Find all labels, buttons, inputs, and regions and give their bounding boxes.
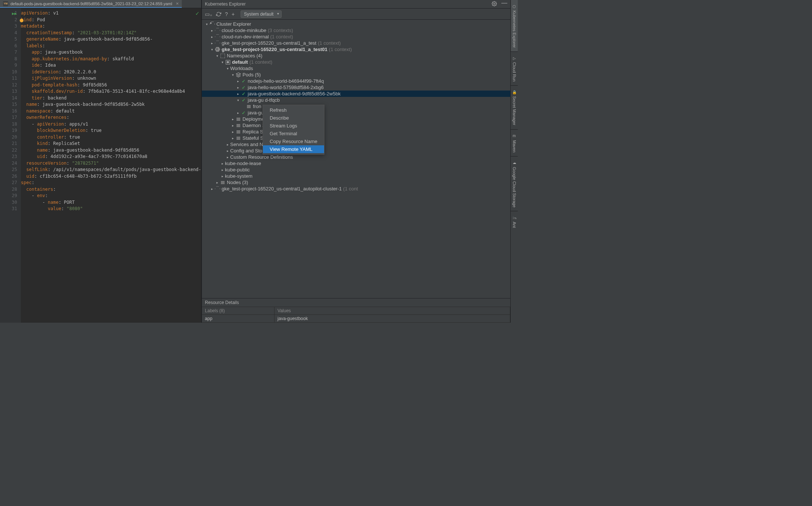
twistie-icon[interactable]: ▾	[204, 22, 209, 26]
tree-row[interactable]: ▸Replica Sets (7)	[202, 129, 510, 135]
tree-row[interactable]: ▾✲default(1 context)	[202, 59, 510, 65]
tree-row[interactable]: ▸✓java-guestbook-backend-9df85d856-2w5bk	[202, 91, 510, 97]
tree-row[interactable]: ▸✓java-hello-world-57598df584-2xbg6	[202, 84, 510, 91]
svg-rect-4	[237, 118, 240, 118]
help-icon[interactable]: ?	[225, 11, 228, 17]
svg-rect-12	[237, 133, 240, 133]
twistie-icon[interactable]: ▸	[209, 41, 215, 45]
twistie-icon[interactable]: ▸	[220, 168, 225, 172]
tree-row[interactable]: ▸✓java-gu 9-4v2j8	[202, 110, 510, 116]
svg-rect-14	[237, 138, 240, 139]
svg-rect-3	[247, 107, 251, 108]
breakpoint-dot-icon[interactable]	[20, 19, 23, 22]
run-gutter-icon[interactable]: ▶▶	[12, 10, 17, 17]
close-icon[interactable]: ×	[176, 1, 179, 6]
tree-row[interactable]: ▸kube-public	[202, 167, 510, 173]
tree-row[interactable]: ▾Workloads	[202, 65, 510, 72]
twistie-icon[interactable]: ▸	[225, 155, 230, 159]
tree-row[interactable]: ▸Deployme	[202, 116, 510, 122]
tree-row[interactable]: ▸Stateful Sets	[202, 135, 510, 141]
twistie-icon[interactable]: ▾	[235, 98, 241, 102]
twistie-icon[interactable]: ▸	[215, 181, 220, 184]
tree-row[interactable]: ▾Pods (5)	[202, 72, 510, 78]
side-tab-kubernetes-explorer[interactable]: ⬡Kubernetes Explorer	[511, 0, 518, 51]
twistie-icon[interactable]: ▸	[209, 29, 215, 32]
hexfill-icon: ✲	[215, 47, 221, 52]
resource-details-title: Resource Details	[202, 298, 510, 307]
tree-label: Pods (5)	[242, 72, 261, 78]
settings-icon[interactable]	[492, 1, 497, 7]
twistie-icon[interactable]: ▸	[230, 130, 235, 134]
side-tab-google-cloud-storage[interactable]: ☁Google Cloud Storage	[511, 156, 518, 211]
menu-item-view-remote-yaml[interactable]: View Remote YAML	[263, 145, 324, 153]
twistie-icon[interactable]: ▸	[230, 124, 235, 127]
menu-item-describe[interactable]: Describe	[263, 114, 324, 122]
twistie-icon[interactable]: ▸	[225, 149, 230, 153]
twistie-icon[interactable]: ▸	[235, 111, 241, 115]
code-area[interactable]: apiVersion: v1kind: Podmetadata: creatio…	[21, 8, 201, 323]
lay-icon	[235, 136, 241, 140]
tree-row[interactable]: ▾Namespaces (4)	[202, 53, 510, 59]
side-tab-icon: 🔒	[512, 89, 517, 95]
editor-body[interactable]: ✓ ▶▶ 12345678910111213141516171819202122…	[0, 8, 201, 323]
cluster-tree[interactable]: ▾Cluster Explorer▸cloud-code-minikube(3 …	[202, 20, 510, 298]
twistie-icon[interactable]: ▾	[225, 67, 230, 70]
tree-row[interactable]: fron	[202, 103, 510, 110]
tree-row[interactable]: ▾Cluster Explorer	[202, 21, 510, 27]
refresh-icon[interactable]	[216, 12, 221, 17]
tree-label: gke_test-project-165220_us-central1_auto…	[222, 186, 342, 192]
tree-label: java-hello-world-57598df584-2xbg6	[248, 85, 324, 90]
side-tab-secret-manager[interactable]: 🔒Secret Manager	[511, 86, 518, 129]
tree-row[interactable]: ▸gke_test-project-165220_us-central1_aut…	[202, 186, 510, 192]
twistie-icon[interactable]: ▾	[209, 48, 215, 51]
twistie-icon[interactable]: ▸	[209, 187, 215, 191]
twistie-icon[interactable]: ▸	[220, 162, 225, 165]
menu-item-get-terminal[interactable]: Get Terminal	[263, 130, 324, 137]
tree-row[interactable]: ▸Nodes (3)	[202, 179, 510, 186]
twistie-icon[interactable]: ▾	[220, 60, 225, 64]
context-dropdown[interactable]: System default	[241, 10, 282, 18]
check-icon: ✓	[241, 79, 247, 84]
twistie-icon[interactable]: ▾	[215, 54, 220, 58]
menu-item-copy-resource-name[interactable]: Copy Resource Name	[263, 137, 324, 145]
twistie-icon[interactable]: ▸	[225, 143, 230, 146]
tree-row[interactable]: ▸Services and Network	[202, 141, 510, 148]
side-tab-ant[interactable]: 🐜Ant	[511, 211, 518, 232]
tree-row[interactable]: ▸cloud-run-dev-internal(1 context)	[202, 34, 510, 40]
tree-row[interactable]: ▸gke_test-project-165220_us-central1_a_t…	[202, 40, 510, 46]
twistie-icon[interactable]: ▾	[230, 73, 235, 77]
check-icon: ✓	[241, 91, 247, 97]
tree-label: java-gu d-tfqcb	[248, 97, 280, 103]
add-context-icon[interactable]: ▭₊	[205, 11, 212, 17]
tree-row[interactable]: ▸✓nodejs-hello-world-b46944f99-7ft4q	[202, 78, 510, 84]
tree-label: kube-node-lease	[225, 161, 261, 166]
tree-row[interactable]: ▸Custom Resource Definitions	[202, 154, 510, 160]
side-tab-maven[interactable]: mMaven	[511, 130, 518, 156]
menu-item-refresh[interactable]: Refresh	[263, 106, 324, 114]
side-tab-icon: ⬡	[512, 4, 517, 9]
tree-row[interactable]: ▾✲gke_test-project-165220_us-central1_a_…	[202, 46, 510, 53]
editor-tab[interactable]: YM default-pods-java-guestbook-backend-9…	[0, 0, 182, 8]
twistie-icon[interactable]: ▸	[235, 92, 241, 96]
twistie-icon[interactable]: ▸	[230, 117, 235, 121]
twistie-icon[interactable]: ▸	[230, 136, 235, 140]
details-value-cell: java-guestbook	[275, 315, 510, 323]
validation-check-icon[interactable]: ✓	[195, 10, 200, 16]
twistie-icon[interactable]: ▸	[220, 174, 225, 178]
twistie-icon[interactable]: ▸	[209, 35, 215, 39]
minimize-icon[interactable]: —	[501, 1, 507, 7]
add-icon[interactable]: +	[232, 11, 235, 17]
menu-item-stream-logs[interactable]: Stream Logs	[263, 122, 324, 130]
cube-icon	[235, 72, 241, 78]
tree-row[interactable]: ▸kube-node-lease	[202, 160, 510, 167]
tree-count: (1 context)	[270, 34, 293, 39]
tree-row[interactable]: ▸kube-system	[202, 173, 510, 179]
tree-row[interactable]: ▸Config and Storage	[202, 148, 510, 154]
tree-row[interactable]: ▸cloud-code-minikube(3 contexts)	[202, 27, 510, 34]
twistie-icon[interactable]: ▸	[235, 86, 241, 89]
twistie-icon[interactable]: ▸	[235, 79, 241, 83]
line-number-gutter[interactable]: ▶▶ 1234567891011121314151617181920212223…	[0, 8, 21, 323]
side-tab-cloud-run[interactable]: ▷Cloud Run	[511, 52, 518, 85]
tree-row[interactable]: ▸Daemon S	[202, 122, 510, 129]
tree-row[interactable]: ▾✓java-gu d-tfqcb	[202, 97, 510, 103]
